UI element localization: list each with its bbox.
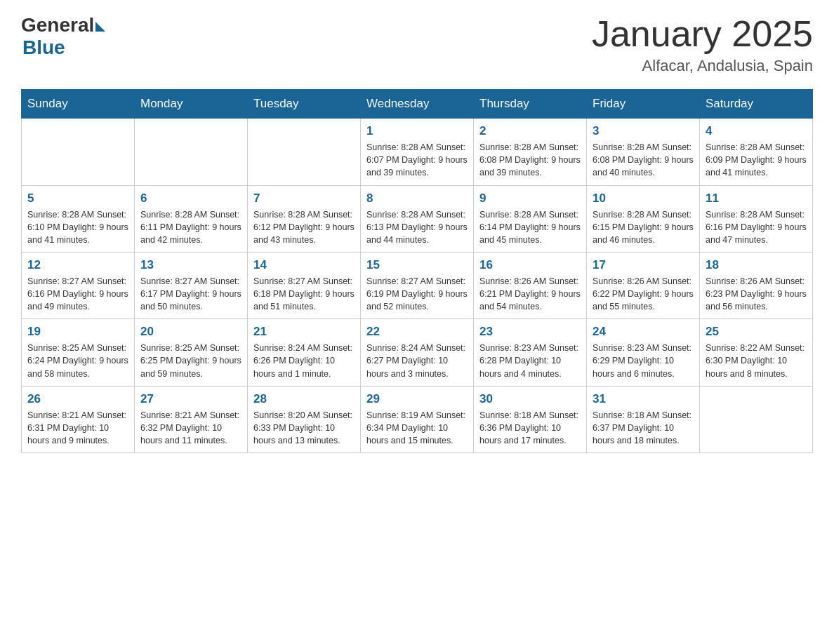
location-title: Alfacar, Andalusia, Spain bbox=[592, 57, 813, 75]
calendar-header-monday: Monday bbox=[135, 90, 248, 119]
day-number: 12 bbox=[27, 258, 128, 272]
calendar-cell: 25Sunrise: 8:22 AM Sunset: 6:30 PM Dayli… bbox=[700, 319, 813, 386]
page-header: General Blue January 2025 Alfacar, Andal… bbox=[21, 14, 813, 75]
day-info: Sunrise: 8:26 AM Sunset: 6:21 PM Dayligh… bbox=[479, 275, 581, 313]
calendar-header-thursday: Thursday bbox=[474, 90, 587, 119]
calendar-cell: 18Sunrise: 8:26 AM Sunset: 6:23 PM Dayli… bbox=[700, 252, 813, 318]
day-info: Sunrise: 8:19 AM Sunset: 6:34 PM Dayligh… bbox=[366, 409, 468, 447]
day-info: Sunrise: 8:27 AM Sunset: 6:18 PM Dayligh… bbox=[253, 275, 355, 313]
day-info: Sunrise: 8:28 AM Sunset: 6:16 PM Dayligh… bbox=[706, 208, 807, 246]
calendar-cell: 8Sunrise: 8:28 AM Sunset: 6:13 PM Daylig… bbox=[361, 185, 474, 252]
calendar-cell: 3Sunrise: 8:28 AM Sunset: 6:08 PM Daylig… bbox=[587, 119, 700, 185]
calendar-cell: 10Sunrise: 8:28 AM Sunset: 6:15 PM Dayli… bbox=[587, 185, 700, 252]
calendar-cell: 5Sunrise: 8:28 AM Sunset: 6:10 PM Daylig… bbox=[22, 185, 135, 252]
logo-arrow-icon bbox=[95, 22, 105, 32]
calendar-cell: 14Sunrise: 8:27 AM Sunset: 6:18 PM Dayli… bbox=[248, 252, 361, 318]
day-info: Sunrise: 8:28 AM Sunset: 6:08 PM Dayligh… bbox=[479, 141, 581, 179]
day-number: 31 bbox=[593, 392, 694, 406]
day-number: 26 bbox=[27, 392, 128, 406]
day-info: Sunrise: 8:27 AM Sunset: 6:17 PM Dayligh… bbox=[140, 275, 241, 313]
day-info: Sunrise: 8:20 AM Sunset: 6:33 PM Dayligh… bbox=[253, 409, 355, 447]
day-number: 18 bbox=[706, 258, 807, 272]
day-info: Sunrise: 8:28 AM Sunset: 6:12 PM Dayligh… bbox=[253, 208, 355, 246]
day-number: 7 bbox=[253, 192, 355, 206]
calendar-cell: 28Sunrise: 8:20 AM Sunset: 6:33 PM Dayli… bbox=[248, 386, 361, 452]
calendar-table: SundayMondayTuesdayWednesdayThursdayFrid… bbox=[21, 89, 813, 453]
day-info: Sunrise: 8:25 AM Sunset: 6:24 PM Dayligh… bbox=[27, 342, 128, 380]
day-number: 20 bbox=[140, 325, 241, 339]
day-number: 22 bbox=[366, 325, 468, 339]
day-number: 27 bbox=[140, 392, 241, 406]
day-info: Sunrise: 8:27 AM Sunset: 6:16 PM Dayligh… bbox=[27, 275, 128, 313]
calendar-cell: 31Sunrise: 8:18 AM Sunset: 6:37 PM Dayli… bbox=[587, 386, 700, 452]
day-info: Sunrise: 8:21 AM Sunset: 6:31 PM Dayligh… bbox=[27, 409, 128, 447]
day-number: 25 bbox=[706, 325, 807, 339]
calendar-week-row: 26Sunrise: 8:21 AM Sunset: 6:31 PM Dayli… bbox=[22, 386, 813, 452]
day-number: 28 bbox=[253, 392, 355, 406]
day-number: 30 bbox=[479, 392, 581, 406]
calendar-cell: 2Sunrise: 8:28 AM Sunset: 6:08 PM Daylig… bbox=[474, 119, 587, 185]
day-number: 13 bbox=[140, 258, 241, 272]
calendar-header-row: SundayMondayTuesdayWednesdayThursdayFrid… bbox=[22, 90, 813, 119]
calendar-header-friday: Friday bbox=[587, 90, 700, 119]
title-section: January 2025 Alfacar, Andalusia, Spain bbox=[592, 14, 813, 75]
day-number: 14 bbox=[253, 258, 355, 272]
calendar-header-sunday: Sunday bbox=[22, 90, 135, 119]
calendar-cell: 6Sunrise: 8:28 AM Sunset: 6:11 PM Daylig… bbox=[135, 185, 248, 252]
day-info: Sunrise: 8:18 AM Sunset: 6:36 PM Dayligh… bbox=[479, 409, 581, 447]
calendar-header-wednesday: Wednesday bbox=[361, 90, 474, 119]
day-number: 19 bbox=[27, 325, 128, 339]
calendar-cell: 20Sunrise: 8:25 AM Sunset: 6:25 PM Dayli… bbox=[135, 319, 248, 386]
calendar-week-row: 19Sunrise: 8:25 AM Sunset: 6:24 PM Dayli… bbox=[22, 319, 813, 386]
day-info: Sunrise: 8:25 AM Sunset: 6:25 PM Dayligh… bbox=[140, 342, 241, 380]
day-number: 17 bbox=[593, 258, 694, 272]
calendar-cell: 15Sunrise: 8:27 AM Sunset: 6:19 PM Dayli… bbox=[361, 252, 474, 318]
logo: General Blue bbox=[21, 14, 105, 59]
calendar-cell: 17Sunrise: 8:26 AM Sunset: 6:22 PM Dayli… bbox=[587, 252, 700, 318]
calendar-cell bbox=[135, 119, 248, 185]
day-info: Sunrise: 8:28 AM Sunset: 6:14 PM Dayligh… bbox=[479, 208, 581, 246]
day-number: 23 bbox=[479, 325, 581, 339]
day-number: 21 bbox=[253, 325, 355, 339]
calendar-cell bbox=[22, 119, 135, 185]
day-info: Sunrise: 8:28 AM Sunset: 6:10 PM Dayligh… bbox=[27, 208, 128, 246]
day-number: 3 bbox=[593, 124, 694, 138]
calendar-cell: 30Sunrise: 8:18 AM Sunset: 6:36 PM Dayli… bbox=[474, 386, 587, 452]
calendar-cell: 7Sunrise: 8:28 AM Sunset: 6:12 PM Daylig… bbox=[248, 185, 361, 252]
calendar-header-tuesday: Tuesday bbox=[248, 90, 361, 119]
logo-general-text: General bbox=[21, 14, 94, 36]
calendar-cell: 26Sunrise: 8:21 AM Sunset: 6:31 PM Dayli… bbox=[22, 386, 135, 452]
calendar-cell: 19Sunrise: 8:25 AM Sunset: 6:24 PM Dayli… bbox=[22, 319, 135, 386]
day-info: Sunrise: 8:28 AM Sunset: 6:07 PM Dayligh… bbox=[366, 141, 468, 179]
logo-blue-text: Blue bbox=[22, 36, 65, 59]
calendar-header-saturday: Saturday bbox=[700, 90, 813, 119]
day-number: 6 bbox=[140, 192, 241, 206]
day-info: Sunrise: 8:27 AM Sunset: 6:19 PM Dayligh… bbox=[366, 275, 468, 313]
day-number: 5 bbox=[27, 192, 128, 206]
day-info: Sunrise: 8:23 AM Sunset: 6:29 PM Dayligh… bbox=[593, 342, 694, 380]
calendar-cell: 16Sunrise: 8:26 AM Sunset: 6:21 PM Dayli… bbox=[474, 252, 587, 318]
day-info: Sunrise: 8:28 AM Sunset: 6:15 PM Dayligh… bbox=[593, 208, 694, 246]
calendar-cell: 24Sunrise: 8:23 AM Sunset: 6:29 PM Dayli… bbox=[587, 319, 700, 386]
day-number: 15 bbox=[366, 258, 468, 272]
calendar-cell: 4Sunrise: 8:28 AM Sunset: 6:09 PM Daylig… bbox=[700, 119, 813, 185]
calendar-cell bbox=[248, 119, 361, 185]
calendar-cell: 22Sunrise: 8:24 AM Sunset: 6:27 PM Dayli… bbox=[361, 319, 474, 386]
day-info: Sunrise: 8:24 AM Sunset: 6:26 PM Dayligh… bbox=[253, 342, 355, 380]
day-info: Sunrise: 8:28 AM Sunset: 6:13 PM Dayligh… bbox=[366, 208, 468, 246]
day-number: 29 bbox=[366, 392, 468, 406]
day-number: 1 bbox=[366, 124, 468, 138]
day-number: 10 bbox=[593, 192, 694, 206]
day-info: Sunrise: 8:28 AM Sunset: 6:08 PM Dayligh… bbox=[593, 141, 694, 179]
month-title: January 2025 bbox=[592, 14, 813, 54]
day-number: 9 bbox=[479, 192, 581, 206]
day-number: 11 bbox=[706, 192, 807, 206]
day-info: Sunrise: 8:18 AM Sunset: 6:37 PM Dayligh… bbox=[593, 409, 694, 447]
calendar-cell: 13Sunrise: 8:27 AM Sunset: 6:17 PM Dayli… bbox=[135, 252, 248, 318]
day-info: Sunrise: 8:28 AM Sunset: 6:09 PM Dayligh… bbox=[706, 141, 807, 179]
calendar-cell: 23Sunrise: 8:23 AM Sunset: 6:28 PM Dayli… bbox=[474, 319, 587, 386]
calendar-cell: 9Sunrise: 8:28 AM Sunset: 6:14 PM Daylig… bbox=[474, 185, 587, 252]
day-info: Sunrise: 8:26 AM Sunset: 6:22 PM Dayligh… bbox=[593, 275, 694, 313]
day-info: Sunrise: 8:28 AM Sunset: 6:11 PM Dayligh… bbox=[140, 208, 241, 246]
calendar-cell: 29Sunrise: 8:19 AM Sunset: 6:34 PM Dayli… bbox=[361, 386, 474, 452]
